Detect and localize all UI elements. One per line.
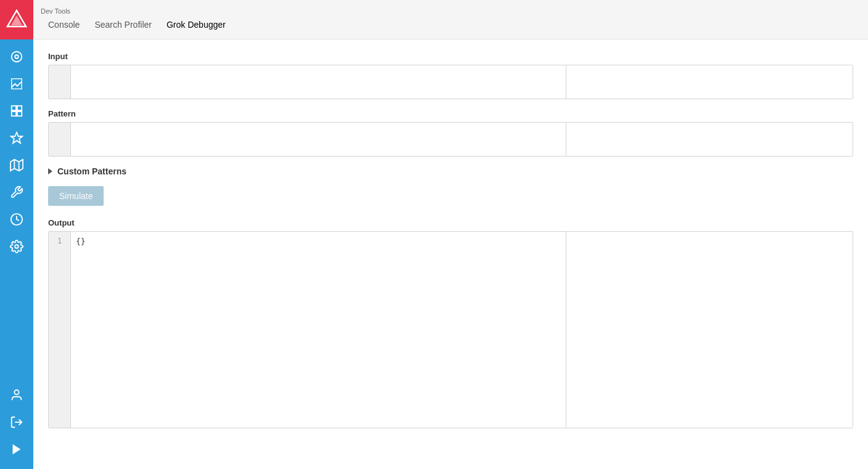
output-label: Output — [48, 218, 853, 227]
tab-console[interactable]: Console — [41, 17, 87, 32]
sidebar-item-devtools[interactable] — [4, 180, 29, 205]
content-area: Input Pattern Custom Patterns Simulate O… — [33, 39, 868, 469]
kibana-logo — [6, 9, 27, 30]
output-editor: 1 {} — [48, 231, 853, 428]
chevron-right-icon — [48, 168, 52, 174]
sidebar-item-dashboard[interactable] — [4, 99, 29, 123]
sidebar-item-logout[interactable] — [4, 410, 29, 434]
pattern-editor — [48, 122, 853, 157]
input-editor — [48, 65, 853, 99]
simulate-button[interactable]: Simulate — [48, 186, 104, 206]
pattern-textarea[interactable] — [71, 123, 566, 153]
sidebar-item-maps[interactable] — [4, 153, 29, 177]
input-gutter — [49, 65, 71, 99]
input-label: Input — [48, 52, 853, 61]
nav-tabs: Console Search Profiler Grok Debugger — [41, 17, 233, 32]
svg-rect-8 — [17, 112, 22, 116]
svg-point-3 — [15, 55, 19, 59]
sidebar-item-canvas[interactable] — [4, 126, 29, 150]
pattern-gutter — [49, 123, 71, 156]
pattern-label: Pattern — [48, 109, 853, 118]
pattern-right-panel — [566, 123, 853, 156]
input-right-panel — [566, 65, 853, 99]
output-line-number: 1 — [57, 237, 62, 245]
output-gutter: 1 — [49, 232, 71, 428]
sidebar-item-discover[interactable] — [4, 44, 29, 69]
tab-search-profiler[interactable]: Search Profiler — [87, 17, 159, 32]
svg-marker-15 — [13, 444, 21, 455]
output-content: {} — [76, 237, 86, 246]
top-bar-content: Dev Tools Console Search Profiler Grok D… — [33, 7, 233, 32]
svg-point-13 — [14, 390, 19, 394]
sidebar-item-user[interactable] — [4, 383, 29, 407]
sidebar-item-visualize[interactable] — [4, 71, 29, 96]
input-main — [71, 65, 566, 99]
svg-rect-6 — [17, 106, 22, 110]
sidebar-item-settings[interactable] — [4, 234, 29, 259]
tab-grok-debugger[interactable]: Grok Debugger — [159, 17, 233, 32]
svg-rect-5 — [12, 106, 16, 110]
sidebar — [0, 39, 33, 469]
sidebar-item-monitoring[interactable] — [4, 207, 29, 232]
input-textarea[interactable] — [71, 65, 566, 96]
main-layout: Input Pattern Custom Patterns Simulate O… — [0, 39, 868, 469]
top-bar: Dev Tools Console Search Profiler Grok D… — [0, 0, 868, 39]
svg-point-12 — [15, 245, 19, 248]
sidebar-bottom — [4, 383, 29, 469]
pattern-main — [71, 123, 566, 156]
output-main: {} — [71, 232, 566, 428]
output-right-panel — [566, 232, 853, 428]
svg-rect-7 — [12, 112, 16, 116]
sidebar-item-play[interactable] — [4, 437, 29, 462]
logo-area — [0, 0, 33, 39]
svg-point-2 — [12, 52, 22, 62]
app-title: Dev Tools — [41, 7, 233, 15]
custom-patterns-label: Custom Patterns — [57, 166, 126, 176]
custom-patterns-row[interactable]: Custom Patterns — [48, 166, 853, 176]
